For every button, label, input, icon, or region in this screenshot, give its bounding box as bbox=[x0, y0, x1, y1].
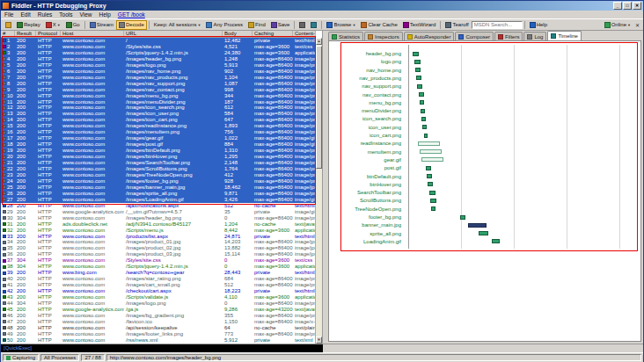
session-row[interactable]: 36200HTTPwww.contoso.com/images/product_… bbox=[1, 251, 315, 257]
session-row[interactable]: 46200HTTPwww.contoso.com/images/bg_gradi… bbox=[1, 313, 315, 319]
process-filter-status[interactable]: All Processes bbox=[40, 354, 79, 361]
session-row[interactable]: 38304HTTPwww.contoso.com/Scripts/jquery-… bbox=[1, 264, 315, 270]
session-row[interactable]: 37304HTTPwww.contoso.com/Styles/site.css… bbox=[1, 257, 315, 264]
session-row[interactable]: 25200HTTPwww.contoso.com/images/banner_m… bbox=[1, 185, 315, 191]
remove-sessions-button[interactable]: X▼ bbox=[43, 20, 63, 30]
timeline-bar[interactable] bbox=[413, 52, 419, 56]
scroll-up-icon[interactable]: ▲ bbox=[316, 38, 322, 45]
clear-cache-button[interactable]: Clear Cache bbox=[358, 20, 399, 30]
process-filter-button[interactable]: Any Process bbox=[203, 20, 245, 30]
session-row[interactable]: 3200HTTPwww.contoso.com/Scripts/jquery-1… bbox=[1, 50, 315, 56]
help-button[interactable]: Help bbox=[527, 20, 550, 30]
column-header-protocol[interactable]: Protocol bbox=[36, 31, 61, 37]
session-row[interactable]: 49200HTTPwww.contoso.com/images/footer_l… bbox=[1, 331, 315, 337]
keep-sessions-button[interactable]: Keep: All sessions▼ bbox=[151, 20, 204, 29]
minimize-button[interactable]: _ bbox=[613, 2, 622, 10]
browse-button[interactable]: Browse▼ bbox=[324, 20, 358, 30]
session-row[interactable]: 20200HTTPwww.contoso.com/images/btnHover… bbox=[1, 154, 315, 160]
timeline-bar[interactable] bbox=[424, 134, 428, 138]
session-row[interactable]: 5200HTTPwww.contoso.com/images/logo.png5… bbox=[1, 62, 315, 69]
session-row[interactable]: 23200HTTPwww.contoso.com/images/TreeNode… bbox=[1, 172, 315, 178]
timeline-bar[interactable] bbox=[420, 100, 424, 105]
menu-item-help[interactable]: Help bbox=[95, 11, 113, 18]
timeline-bar[interactable] bbox=[428, 182, 433, 186]
session-row[interactable]: 4200HTTPwww.contoso.com/images/header_bg… bbox=[1, 56, 315, 62]
menu-item-view[interactable]: View bbox=[77, 11, 96, 18]
save-button[interactable]: Save bbox=[268, 20, 293, 30]
session-row[interactable]: 48200HTTPwww.contoso.com/api/session/kee… bbox=[1, 325, 315, 331]
textwizard-button[interactable]: TextWizard bbox=[400, 20, 439, 30]
session-row[interactable]: 8200HTTPwww.contoso.com/images/nav_suppo… bbox=[1, 81, 315, 87]
session-row[interactable]: 29200HTTPwww.google-analytics.com/__utm.… bbox=[1, 209, 315, 215]
replay-button[interactable]: Replay bbox=[14, 20, 43, 30]
column-header-body[interactable]: Body bbox=[223, 31, 252, 37]
menu-item-file[interactable]: File bbox=[1, 11, 17, 18]
session-row[interactable]: 19200HTTPwww.contoso.com/images/btnDefau… bbox=[1, 148, 315, 154]
timeline-bar[interactable] bbox=[417, 84, 422, 89]
timeline-bar[interactable] bbox=[421, 109, 425, 113]
session-row[interactable]: 30304HTTPwww.contoso.com/images/header_b… bbox=[1, 215, 315, 221]
timeline-bar[interactable] bbox=[427, 174, 432, 178]
menu-item-tools[interactable]: Tools bbox=[55, 11, 76, 18]
go-button[interactable]: Go bbox=[63, 20, 83, 30]
timeline-bar[interactable] bbox=[416, 76, 421, 80]
msdn-search-input[interactable]: MSDN Search... bbox=[472, 21, 523, 29]
menu-item-edit[interactable]: Edit bbox=[17, 11, 33, 18]
timeline-bar[interactable] bbox=[426, 166, 431, 170]
session-row[interactable]: 2200HTTPwww.contoso.com/Styles/site.css4… bbox=[1, 44, 315, 50]
session-row[interactable]: 18200HTTPwww.contoso.com/images/post.gif… bbox=[1, 141, 315, 148]
session-row[interactable]: 6200HTTPwww.contoso.com/images/nav_home.… bbox=[1, 69, 315, 75]
session-row[interactable]: 14200HTTPwww.contoso.com/images/icon_car… bbox=[1, 117, 315, 123]
session-row[interactable]: 50200HTTPwww.contoso.com/rss/news.xml5,9… bbox=[1, 337, 315, 344]
session-row[interactable]: 22200HTTPwww.contoso.com/images/ScrollBu… bbox=[1, 166, 315, 172]
session-row[interactable]: 24200HTTPwww.contoso.com/images/footer_b… bbox=[1, 178, 315, 185]
tab-statistics[interactable]: Statistics bbox=[328, 32, 363, 40]
column-header-result[interactable]: Result bbox=[15, 31, 36, 37]
tab-log[interactable]: Log bbox=[523, 32, 546, 40]
timeline-bar[interactable] bbox=[421, 157, 443, 162]
session-row[interactable]: 45200HTTPwww.google-analytics.com/ga.js9… bbox=[1, 307, 315, 313]
screenshot-button[interactable] bbox=[296, 20, 308, 30]
tearoff-button[interactable]: Tearoff bbox=[443, 20, 471, 30]
menu-link-get-book[interactable]: GET /book bbox=[114, 11, 149, 18]
timeline-bar[interactable] bbox=[418, 141, 440, 146]
scrollbar-thumb[interactable] bbox=[316, 46, 322, 169]
online-indicator[interactable]: Online▼ bbox=[602, 20, 633, 30]
timeline-bar[interactable] bbox=[415, 68, 421, 72]
session-row[interactable]: 27200HTTPwww.contoso.com/images/LoadingA… bbox=[1, 197, 315, 203]
session-row[interactable]: 33200HTTPwww.contoso.com/products/list.a… bbox=[1, 234, 315, 240]
decode-button[interactable]: Decode bbox=[116, 20, 147, 30]
session-row[interactable]: 10200HTTPwww.contoso.com/images/menu_bg.… bbox=[1, 93, 315, 99]
session-row[interactable]: 41200HTTPwww.contoso.com/images/cart_sma… bbox=[1, 282, 315, 288]
session-row[interactable]: 13200HTTPwww.contoso.com/images/icon_use… bbox=[1, 111, 315, 117]
timeline-bar[interactable] bbox=[414, 60, 421, 64]
session-row[interactable]: 21200HTTPwww.contoso.com/images/SearchTo… bbox=[1, 160, 315, 166]
session-list-scrollbar[interactable]: ▲ ▼ bbox=[315, 38, 322, 344]
timer-button[interactable] bbox=[308, 20, 319, 30]
column-header-contenttype[interactable]: Content-Type bbox=[293, 31, 316, 37]
timeline-bar[interactable] bbox=[420, 149, 442, 154]
session-row[interactable]: 34200HTTPwww.contoso.com/images/product_… bbox=[1, 239, 315, 245]
session-row[interactable]: 40200HTTPwww.contoso.com/images/star_rat… bbox=[1, 276, 315, 282]
column-header-url[interactable]: URL bbox=[124, 31, 223, 37]
session-row[interactable]: 9200HTTPwww.contoso.com/images/nav_conta… bbox=[1, 87, 315, 93]
session-row[interactable]: 35200HTTPwww.contoso.com/images/product_… bbox=[1, 245, 315, 251]
find-button[interactable]: Find bbox=[245, 20, 268, 30]
session-row[interactable]: 7200HTTPwww.contoso.com/images/nav_produ… bbox=[1, 75, 315, 81]
session-row[interactable]: 31200HTTPads.doubleclick.net/adj/N3941.c… bbox=[1, 221, 315, 228]
timeline-bar[interactable] bbox=[468, 223, 487, 228]
close-button[interactable]: ✕ bbox=[633, 2, 641, 10]
session-row[interactable]: 15200HTTPwww.contoso.com/images/readInst… bbox=[1, 123, 315, 129]
timeline-bar[interactable] bbox=[429, 191, 435, 195]
timeline-bar[interactable] bbox=[431, 206, 435, 211]
timeline-bar[interactable] bbox=[419, 92, 424, 97]
toolbar-close-button[interactable]: ✕ bbox=[633, 22, 641, 28]
column-header-[interactable]: # bbox=[1, 31, 15, 37]
timeline-bar[interactable] bbox=[430, 199, 436, 203]
session-row[interactable]: 42200HTTPwww.contoso.com/checkout/cart.a… bbox=[1, 288, 315, 294]
session-row[interactable]: 28200HTTPwww.contoso.com/ajax/notificati… bbox=[1, 203, 315, 209]
session-row[interactable]: 1200HTTPwww.contoso.com/12,482privatetex… bbox=[1, 38, 315, 44]
scroll-down-icon[interactable]: ▼ bbox=[316, 337, 322, 344]
session-row[interactable]: 39200HTTPwww.bing.com/search?q=contoso+g… bbox=[1, 270, 315, 276]
session-row[interactable]: 12200HTTPwww.contoso.com/images/icon_sea… bbox=[1, 105, 315, 111]
